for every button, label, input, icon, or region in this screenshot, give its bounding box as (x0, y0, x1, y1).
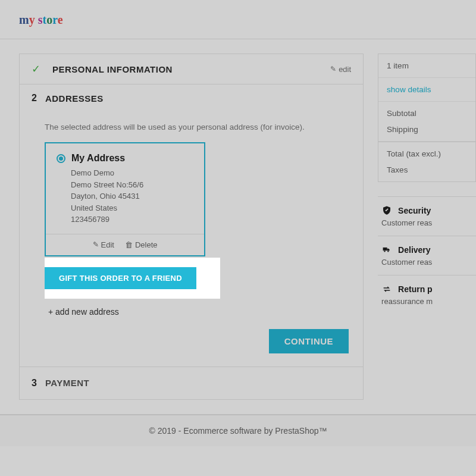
address-lines: Demo Demo Demo Street No:56/6 Dayton, Oh… (71, 167, 193, 226)
svg-point-1 (384, 250, 385, 252)
show-details-link[interactable]: show details (378, 78, 475, 102)
footer: © 2019 - Ecommerce software by PrestaSho… (0, 414, 476, 446)
summary-subtotal: Subtotal (378, 102, 475, 125)
summary-items: 1 item (378, 54, 475, 78)
swap-icon (381, 284, 392, 295)
step-payment: 3 PAYMENT (20, 367, 363, 399)
edit-address[interactable]: ✎Edit (93, 240, 114, 249)
continue-button[interactable]: CONTINUE (269, 329, 349, 353)
reassurance-security: Security Customer reas (378, 196, 476, 236)
checkout-main: ✓ PERSONAL INFORMATION ✎ edit 2 ADDRESSE… (19, 54, 364, 400)
step-addresses-header: 2 ADDRESSES (20, 84, 363, 112)
check-icon: ✓ (32, 62, 40, 76)
address-radio[interactable] (57, 154, 65, 163)
address-card[interactable]: My Address Demo Demo Demo Street No:56/6… (45, 142, 205, 256)
step3-num: 3 (32, 378, 37, 389)
svg-rect-0 (383, 248, 387, 250)
trash-icon: 🗑 (125, 240, 133, 249)
reassurance-return: Return p reassurance m (378, 275, 476, 314)
pencil-icon: ✎ (330, 65, 336, 73)
step2-num: 2 (32, 93, 37, 104)
svg-point-2 (387, 250, 389, 252)
summary-total: Total (tax excl.) (378, 142, 475, 165)
store-logo[interactable]: my store (19, 13, 63, 26)
address-label: My Address (71, 153, 125, 164)
summary-shipping: Shipping (378, 125, 475, 142)
shield-icon (381, 205, 392, 216)
order-summary-sidebar: 1 item show details Subtotal Shipping To… (378, 54, 476, 400)
reassurance-block: Security Customer reas Delivery Customer… (378, 196, 476, 314)
reassurance-delivery: Delivery Customer reas (378, 236, 476, 275)
step3-title: PAYMENT (45, 378, 89, 388)
step-addresses-body: The selected address will be used as you… (20, 112, 363, 367)
summary-taxes: Taxes (378, 165, 475, 181)
edit-personal-info[interactable]: ✎ edit (330, 65, 351, 74)
step-personal-info: ✓ PERSONAL INFORMATION ✎ edit (20, 54, 363, 84)
step2-title: ADDRESSES (45, 93, 104, 104)
gift-order-button[interactable]: GIFT THIS ORDER TO A FRIEND (45, 267, 196, 289)
pencil-icon: ✎ (93, 240, 99, 249)
address-help-text: The selected address will be used as you… (45, 123, 349, 131)
add-new-address[interactable]: + add new address (48, 307, 119, 317)
truck-icon (381, 245, 392, 255)
gift-button-highlight: GIFT THIS ORDER TO A FRIEND (45, 258, 220, 299)
footer-text: © 2019 - Ecommerce software by PrestaSho… (149, 426, 327, 436)
header: my store (0, 0, 476, 39)
step1-title: PERSONAL INFORMATION (52, 64, 173, 74)
delete-address[interactable]: 🗑Delete (125, 240, 158, 249)
